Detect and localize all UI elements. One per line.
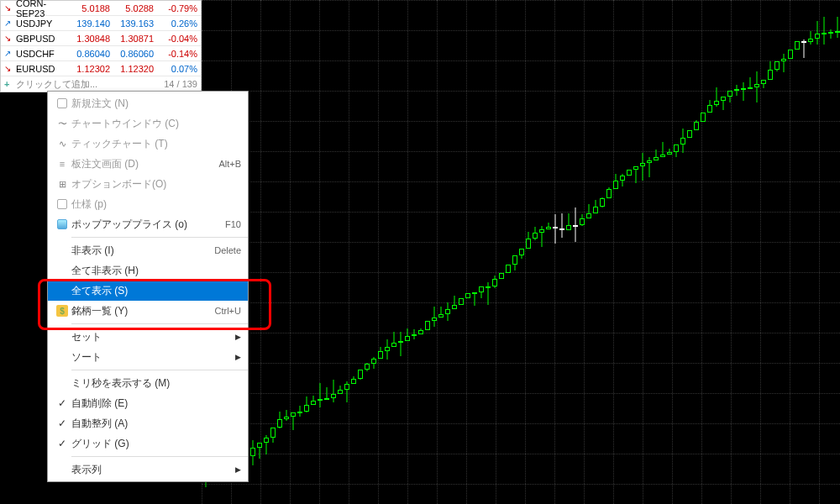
menu-item[interactable]: セット▶ xyxy=(48,327,248,347)
candlestick xyxy=(754,0,759,504)
ask-value: 5.0288 xyxy=(113,3,157,13)
candlestick xyxy=(727,0,732,504)
candlestick xyxy=(526,0,531,504)
watchlist-row[interactable]: ↘EURUSD1.123021.123200.07% xyxy=(1,61,201,76)
popup-icon xyxy=(53,218,71,231)
menu-item[interactable]: 全て表示 (S) xyxy=(48,281,248,301)
menu-item-label: ソート xyxy=(71,350,227,365)
menu-item[interactable]: 〜チャートウインドウ (C) xyxy=(48,113,248,134)
candlestick xyxy=(459,0,464,504)
candlestick xyxy=(512,0,517,504)
candlestick xyxy=(438,0,444,504)
blank-icon xyxy=(53,463,71,476)
menu-separator xyxy=(71,237,248,238)
menu-item[interactable]: ミリ秒を表示する (M) xyxy=(48,373,248,393)
symbol-name: EURUSD xyxy=(14,64,70,74)
candlestick xyxy=(250,0,255,504)
market-watch-panel[interactable]: ↘CORN-SEP235.01885.0288-0.79%↗USDJPY139.… xyxy=(0,0,202,92)
candlestick xyxy=(586,0,591,504)
menu-item-label: ポップアッププライス (o) xyxy=(71,218,217,232)
candlestick xyxy=(304,0,309,504)
candlestick xyxy=(680,0,685,504)
menu-item-label: 非表示 (I) xyxy=(71,244,206,258)
chart-icon: 〜 xyxy=(53,117,71,130)
menu-item[interactable]: 表示列▶ xyxy=(48,459,248,480)
menu-item[interactable]: ✓自動削除 (E) xyxy=(48,393,248,413)
watchlist-row[interactable]: ↘CORN-SEP235.01885.0288-0.79% xyxy=(1,1,201,16)
menu-item[interactable]: ≡板注文画面 (D)Alt+B xyxy=(48,154,248,174)
candlestick xyxy=(633,0,638,504)
watchlist-row[interactable]: ↘GBPUSD1.308481.30871-0.04% xyxy=(1,31,201,46)
candlestick xyxy=(721,0,726,504)
menu-item-label: オプションボード(O) xyxy=(71,177,241,192)
ask-value: 1.30871 xyxy=(113,34,157,44)
menu-item-label: 表示列 xyxy=(71,463,227,477)
candlestick xyxy=(660,0,665,504)
candlestick xyxy=(418,0,423,504)
candlestick xyxy=(559,0,564,504)
candlestick xyxy=(553,0,558,504)
watchlist-row[interactable]: ↗USDJPY139.140139.1630.26% xyxy=(1,16,201,31)
menu-shortcut: F10 xyxy=(225,219,241,229)
blank-icon xyxy=(53,376,71,390)
candlestick xyxy=(734,0,739,504)
direction-icon: ↘ xyxy=(4,34,14,43)
menu-item[interactable]: ✓自動整列 (A) xyxy=(48,413,248,433)
plus-icon: + xyxy=(4,79,14,89)
change-pct: 0.07% xyxy=(157,64,197,74)
candlestick xyxy=(499,0,504,504)
menu-item[interactable]: 仕様 (p) xyxy=(48,194,248,214)
menu-item[interactable]: ポップアッププライス (o)F10 xyxy=(48,214,248,234)
menu-separator xyxy=(71,370,248,370)
menu-separator xyxy=(71,323,248,324)
menu-item-label: セット xyxy=(71,330,227,344)
watchlist-row[interactable]: ↗USDCHF0.860400.86060-0.14% xyxy=(1,46,201,61)
candlestick xyxy=(318,0,323,504)
menu-item-label: 仕様 (p) xyxy=(71,197,241,212)
candlestick xyxy=(627,0,632,504)
candlestick xyxy=(425,0,430,504)
add-symbol-row[interactable]: + クリックして追加... 14 / 139 xyxy=(1,76,201,92)
ask-value: 0.86060 xyxy=(113,49,157,59)
menu-item[interactable]: ⊞オプションボード(O) xyxy=(48,174,248,194)
option-icon: ⊞ xyxy=(53,177,71,191)
menu-item[interactable]: ∿ティックチャート (T) xyxy=(48,134,248,154)
candlestick xyxy=(801,0,806,504)
menu-shortcut: Alt+B xyxy=(218,159,241,169)
candlestick xyxy=(264,0,269,504)
submenu-arrow-icon: ▶ xyxy=(235,333,241,341)
menu-shortcut: Ctrl+U xyxy=(215,306,241,316)
context-menu[interactable]: 新規注文 (N)〜チャートウインドウ (C)∿ティックチャート (T)≡板注文画… xyxy=(47,91,249,482)
change-pct: -0.79% xyxy=(157,3,197,13)
symbol-counter: 14 / 139 xyxy=(164,79,197,89)
symbol-name: USDCHF xyxy=(14,49,70,59)
menu-item[interactable]: ✓グリッド (G) xyxy=(48,433,248,454)
candlestick xyxy=(358,0,363,504)
candlestick xyxy=(828,0,833,504)
ask-value: 139.163 xyxy=(113,18,157,29)
chart-area[interactable] xyxy=(202,0,840,504)
menu-item[interactable]: $銘柄一覧 (Y)Ctrl+U xyxy=(48,301,248,321)
candlestick xyxy=(788,0,793,504)
change-pct: 0.26% xyxy=(157,18,197,29)
candlestick xyxy=(606,0,612,504)
change-pct: -0.14% xyxy=(157,49,197,59)
candlestick xyxy=(472,0,477,504)
bid-value: 5.0188 xyxy=(70,3,113,13)
checkmark-icon: ✓ xyxy=(53,396,71,410)
candlestick xyxy=(808,0,813,504)
candlestick xyxy=(815,0,820,504)
ask-value: 1.12320 xyxy=(113,64,157,74)
candlestick xyxy=(687,0,692,504)
candlestick xyxy=(774,0,780,504)
menu-item[interactable]: ソート▶ xyxy=(48,347,248,367)
candlestick xyxy=(445,0,450,504)
bid-value: 1.12302 xyxy=(70,64,113,74)
candlestick xyxy=(748,0,753,504)
menu-item[interactable]: 新規注文 (N) xyxy=(48,93,248,113)
menu-item[interactable]: 全て非表示 (H) xyxy=(48,260,248,281)
candlestick xyxy=(707,0,712,504)
submenu-arrow-icon: ▶ xyxy=(235,465,241,474)
candlestick xyxy=(391,0,396,504)
menu-item[interactable]: 非表示 (I)Delete xyxy=(48,240,248,260)
